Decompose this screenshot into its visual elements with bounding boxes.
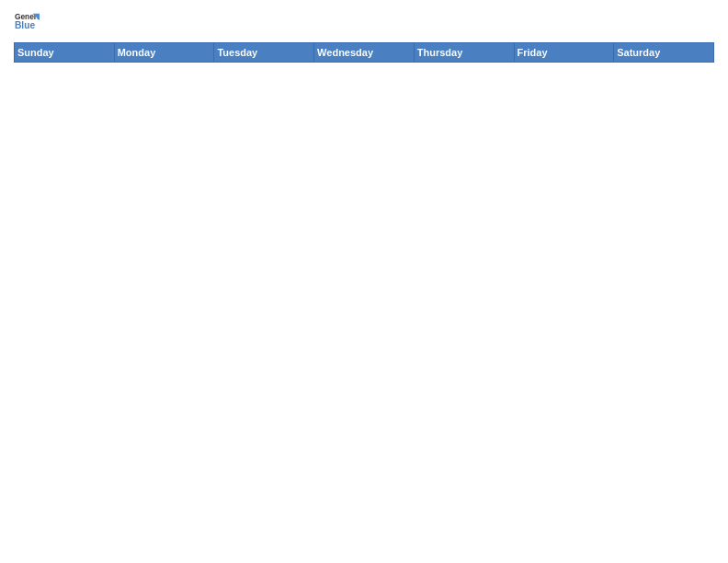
weekday-header-cell: Monday xyxy=(114,43,214,63)
calendar: SundayMondayTuesdayWednesdayThursdayFrid… xyxy=(14,42,714,63)
weekday-header: SundayMondayTuesdayWednesdayThursdayFrid… xyxy=(15,43,714,63)
weekday-header-cell: Thursday xyxy=(414,43,514,63)
weekday-header-cell: Friday xyxy=(514,43,614,63)
page: General Blue SundayMondayTuesdayWednesda… xyxy=(0,0,728,563)
weekday-header-cell: Wednesday xyxy=(314,43,415,63)
weekday-header-cell: Saturday xyxy=(614,43,714,63)
weekday-header-cell: Tuesday xyxy=(214,43,314,63)
svg-text:Blue: Blue xyxy=(15,20,36,30)
logo-icon: General Blue xyxy=(14,9,40,35)
logo: General Blue xyxy=(14,9,40,35)
weekday-header-cell: Sunday xyxy=(15,43,115,63)
header: General Blue xyxy=(14,9,714,35)
